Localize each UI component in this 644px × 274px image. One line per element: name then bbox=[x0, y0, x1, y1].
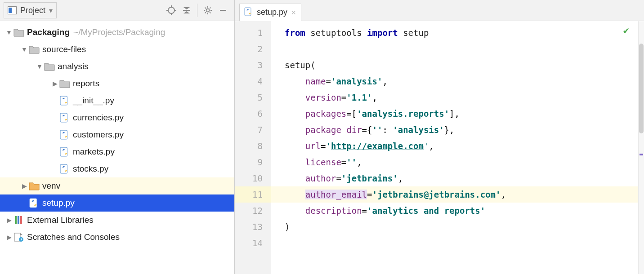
line-number[interactable]: 11 bbox=[235, 186, 271, 203]
arg-version: version bbox=[305, 93, 341, 102]
line-number[interactable]: 14 bbox=[235, 235, 271, 251]
folder-icon bbox=[59, 79, 70, 88]
checkmark-icon: ✔ bbox=[623, 25, 629, 36]
line-number[interactable]: 5 bbox=[235, 89, 271, 106]
svg-rect-24 bbox=[60, 164, 67, 173]
target-icon[interactable] bbox=[165, 4, 178, 17]
chevron-right-icon[interactable]: ▶ bbox=[50, 80, 59, 87]
tree-item-label: External Libraries bbox=[27, 215, 94, 225]
arg-url: url bbox=[305, 141, 321, 151]
tree-item-analysis[interactable]: ▼analysis bbox=[0, 58, 234, 75]
kw-from: from bbox=[285, 28, 305, 38]
line-number[interactable]: 6 bbox=[235, 106, 271, 122]
gear-icon[interactable] bbox=[201, 4, 215, 17]
editor-scrollbar[interactable] bbox=[638, 21, 644, 274]
tree-item-scratches-and-consoles[interactable]: ▶Scratches and Consoles bbox=[0, 229, 234, 246]
py-icon bbox=[59, 113, 70, 123]
python-file-icon bbox=[244, 7, 253, 18]
svg-rect-8 bbox=[183, 10, 190, 11]
tree-item-currencies-py[interactable]: ▶currencies.py bbox=[0, 109, 234, 126]
chevron-right-icon[interactable]: ▶ bbox=[20, 182, 29, 190]
tree-item-external-libraries[interactable]: ▶External Libraries bbox=[0, 212, 234, 229]
project-pane-icon bbox=[8, 6, 17, 14]
line-number[interactable]: 4 bbox=[235, 73, 271, 89]
collapse-all-icon[interactable] bbox=[180, 4, 193, 17]
tree-item-label: customers.py bbox=[73, 130, 124, 140]
line-number[interactable]: 9 bbox=[235, 154, 271, 170]
tree-item-stocks-py[interactable]: ▶stocks.py bbox=[0, 160, 234, 177]
code-area[interactable]: ✔ from setuptools import setup setup( na… bbox=[271, 21, 638, 274]
kw-import: import bbox=[367, 28, 398, 38]
tree-item-packaging[interactable]: ▼Packaging~/MyProjects/Packaging bbox=[0, 24, 234, 41]
chevron-right-icon[interactable]: ▶ bbox=[4, 234, 13, 241]
scroll-marker bbox=[640, 154, 643, 155]
chevron-right-icon[interactable]: ▶ bbox=[4, 217, 13, 224]
minimize-icon[interactable] bbox=[216, 4, 230, 17]
pkgdir-value: 'analysis' bbox=[393, 125, 444, 135]
tree-item-__init__-py[interactable]: ▶__init__.py bbox=[0, 92, 234, 109]
svg-rect-34 bbox=[245, 8, 251, 16]
val-url: http://example.com bbox=[331, 141, 424, 151]
svg-marker-9 bbox=[183, 11, 190, 13]
tree-item-markets-py[interactable]: ▶markets.py bbox=[0, 143, 234, 160]
libs-icon bbox=[13, 215, 24, 225]
svg-rect-27 bbox=[18, 216, 19, 224]
tree-item-label: markets.py bbox=[73, 147, 115, 157]
chevron-down-icon[interactable]: ▼ bbox=[4, 29, 13, 36]
folder-icon bbox=[44, 62, 55, 71]
tree-item-customers-py[interactable]: ▶customers.py bbox=[0, 126, 234, 143]
tree-item-label: Packaging bbox=[27, 27, 70, 37]
editor-panel: setup.py ✕ 1234567891011121314 ✔ from se… bbox=[235, 0, 644, 274]
folder-icon bbox=[13, 27, 24, 37]
val-version: '1.1' bbox=[346, 93, 372, 102]
svg-line-16 bbox=[210, 12, 210, 13]
line-number[interactable]: 7 bbox=[235, 122, 271, 138]
editor-tabs-bar: setup.py ✕ bbox=[235, 0, 644, 21]
line-number[interactable]: 8 bbox=[235, 138, 271, 154]
chevron-down-icon[interactable]: ▼ bbox=[20, 46, 29, 53]
venv-icon bbox=[29, 181, 40, 191]
project-toolbar: Project ▾ bbox=[0, 0, 234, 21]
url-open-quote: ' bbox=[326, 141, 331, 151]
close-icon[interactable]: ✕ bbox=[291, 9, 296, 16]
chevron-down-icon[interactable]: ▼ bbox=[35, 63, 44, 70]
svg-line-18 bbox=[205, 12, 206, 13]
editor-body: 1234567891011121314 ✔ from setuptools im… bbox=[235, 21, 644, 274]
arg-package-dir: package_dir bbox=[305, 125, 362, 135]
tab-setup-py[interactable]: setup.py ✕ bbox=[239, 4, 301, 21]
val-description: 'analytics and reports' bbox=[367, 206, 485, 216]
line-number[interactable]: 12 bbox=[235, 203, 271, 219]
line-number[interactable]: 3 bbox=[235, 57, 271, 73]
pkgdir-key: '' bbox=[372, 125, 383, 135]
val-packages: 'analysis.reports' bbox=[357, 109, 449, 119]
scratch-icon bbox=[13, 232, 24, 242]
line-number[interactable]: 13 bbox=[235, 219, 271, 235]
arg-author-email: author_email bbox=[305, 190, 367, 199]
tree-item-label: __init__.py bbox=[73, 96, 114, 106]
line-number[interactable]: 1 bbox=[235, 25, 271, 41]
line-number[interactable]: 10 bbox=[235, 170, 271, 186]
arg-packages: packages bbox=[305, 109, 347, 119]
project-view-selector[interactable]: Project ▾ bbox=[4, 2, 57, 18]
line-number[interactable]: 2 bbox=[235, 41, 271, 57]
py-icon bbox=[59, 96, 70, 106]
project-view-label: Project bbox=[20, 6, 45, 15]
val-author-email: 'jetbrains@jetbrains.com' bbox=[372, 190, 501, 199]
py-icon bbox=[29, 198, 40, 208]
project-panel: Project ▾ ▼Packaging~/MyProjects/Packagi… bbox=[0, 0, 235, 274]
py-icon bbox=[59, 164, 70, 174]
call-setup: setup( bbox=[285, 60, 316, 70]
url-close-quote: ' bbox=[424, 141, 429, 151]
tree-item-reports[interactable]: ▶reports bbox=[0, 75, 234, 92]
tree-item-label: analysis bbox=[58, 62, 89, 71]
tree-item-label: Scratches and Consoles bbox=[27, 232, 120, 242]
import-name: setup bbox=[403, 28, 429, 38]
tree-item-setup-py[interactable]: ▶setup.py bbox=[0, 194, 234, 212]
py-icon bbox=[59, 130, 70, 140]
tree-item-source-files[interactable]: ▼source-files bbox=[0, 41, 234, 58]
scroll-thumb[interactable] bbox=[639, 44, 644, 133]
tree-item-label: source-files bbox=[42, 44, 86, 54]
editor-gutter[interactable]: 1234567891011121314 bbox=[235, 21, 271, 274]
project-tree[interactable]: ▼Packaging~/MyProjects/Packaging▼source-… bbox=[0, 21, 234, 274]
tree-item-venv[interactable]: ▶venv bbox=[0, 177, 234, 194]
